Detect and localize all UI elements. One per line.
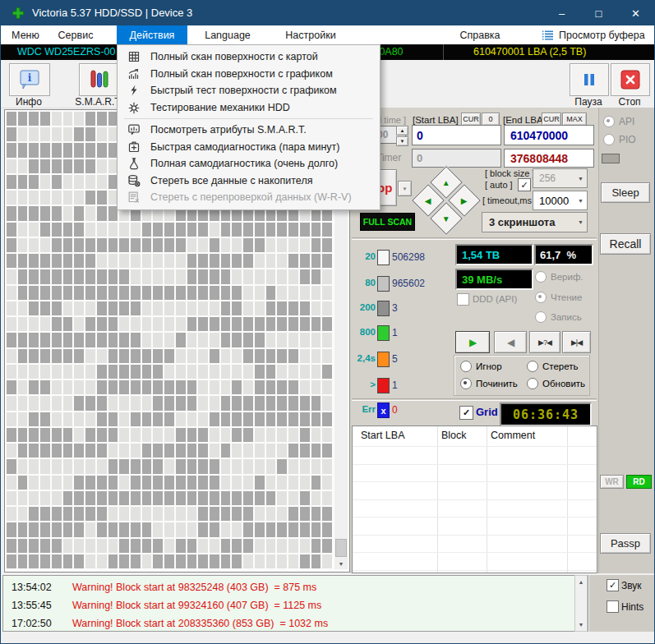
- menu-item[interactable]: Быстрая самодиагностика (пара минут): [119, 139, 378, 156]
- map-block: [210, 412, 219, 426]
- spinner-up-icon[interactable]: ▲: [396, 126, 408, 136]
- end-time-spinner[interactable]: ▲ ▼: [396, 126, 408, 144]
- menu-item[interactable]: Посмотреть атрибуты S.M.A.R.T.: [119, 122, 378, 139]
- mode-radio-3[interactable]: Запись: [535, 311, 582, 323]
- log-scroll-down-icon[interactable]: ▼: [575, 619, 587, 630]
- start-lba-cur-button[interactable]: CUR: [461, 113, 481, 126]
- map-block: [7, 269, 16, 283]
- end-lba-max-button[interactable]: MAX: [562, 113, 587, 126]
- mode-radio-1[interactable]: Вериф.: [535, 271, 584, 283]
- map-block: [63, 254, 73, 268]
- stop-button[interactable]: [611, 63, 650, 96]
- screenshots-value: 3 скриншота: [482, 216, 555, 228]
- auto-checkbox[interactable]: ✓: [518, 178, 531, 191]
- timer-input[interactable]: 0: [412, 149, 501, 168]
- map-block: [142, 554, 152, 568]
- lba-alt-input[interactable]: 376808448: [504, 149, 594, 168]
- map-block: [311, 317, 321, 331]
- ddd-api-label: DDD (API): [473, 294, 517, 304]
- menubar-item-действия[interactable]: Действия: [117, 25, 187, 44]
- log-entry[interactable]: 13:54:02Warning! Block start at 98325248…: [3, 578, 588, 596]
- map-block: [243, 476, 253, 490]
- map-block: [18, 223, 28, 237]
- passp-button[interactable]: Passp: [600, 533, 651, 554]
- sound-checkbox[interactable]: ✓: [607, 579, 619, 591]
- end-lba-input[interactable]: 610470000: [504, 125, 594, 145]
- map-block: [288, 269, 298, 283]
- menu-item[interactable]: Стереть все данные с накопителя: [119, 172, 378, 190]
- start-lba-input[interactable]: 0: [412, 125, 501, 145]
- play-button[interactable]: ▶: [455, 331, 490, 353]
- butterfly-seek-button[interactable]: ▶|◀: [562, 331, 591, 353]
- mode-radio-2[interactable]: Чтение: [535, 292, 582, 303]
- menubar-item-сервис[interactable]: Сервис: [52, 25, 99, 44]
- log-scrollbar[interactable]: ▲ ▼: [574, 575, 588, 632]
- map-block: [187, 539, 197, 553]
- screenshots-select[interactable]: 3 скриншота▼: [482, 212, 588, 232]
- rd-button[interactable]: RD: [626, 475, 652, 489]
- api-radio[interactable]: API: [603, 116, 634, 127]
- maximize-button[interactable]: □: [580, 1, 617, 25]
- ddd-api-checkbox[interactable]: [457, 293, 469, 306]
- map-block: [210, 317, 219, 331]
- action-radio-обновить[interactable]: Обновить: [527, 378, 585, 389]
- timeout-select[interactable]: 10000▼: [533, 191, 588, 210]
- action-radio-игнор[interactable]: Игнор: [460, 361, 502, 372]
- map-scroll-thumb[interactable]: [335, 539, 347, 557]
- hints-checkbox[interactable]: [607, 600, 619, 613]
- random-seek-button[interactable]: ▶?◀: [529, 331, 560, 353]
- map-block: [164, 365, 174, 379]
- menu-item[interactable]: Быстрый тест поверхности с графиком: [119, 82, 378, 99]
- map-block: [243, 317, 253, 331]
- map-block: [40, 269, 50, 283]
- log-entry[interactable]: 13:55:45Warning! Block start at 99324160…: [3, 596, 588, 614]
- map-block: [7, 539, 16, 553]
- menubar-item-справка[interactable]: Справка: [458, 25, 502, 44]
- map-block: [29, 491, 39, 505]
- spinner-down-icon[interactable]: ▼: [396, 136, 408, 146]
- pio-radio[interactable]: PIO: [603, 134, 636, 145]
- block-size-select[interactable]: 256▼: [533, 168, 588, 188]
- menu-item[interactable]: Полный скан поверхности с картой: [119, 48, 378, 66]
- minimize-button[interactable]: –: [543, 1, 580, 25]
- map-block: [7, 143, 16, 157]
- log-scroll-up-icon[interactable]: ▲: [575, 577, 587, 587]
- map-scroll-down-icon[interactable]: ▼: [334, 558, 348, 569]
- start-lba-zero-button[interactable]: 0: [482, 113, 500, 126]
- scan-stop-dropdown-icon[interactable]: ▼: [398, 181, 412, 196]
- menu-item[interactable]: Тестирование механики HDD: [119, 99, 378, 117]
- action-radio-стереть[interactable]: Стереть: [527, 361, 579, 372]
- menu-item[interactable]: Полная самодиагностика (очень долго): [119, 155, 378, 172]
- action-radio-починить[interactable]: Починить: [460, 378, 518, 389]
- recall-button[interactable]: Recall: [600, 233, 651, 255]
- map-block: [85, 444, 95, 458]
- menubar-item-настройки[interactable]: Настройки: [279, 25, 342, 44]
- smart-button[interactable]: [79, 63, 120, 96]
- map-block: [131, 365, 141, 379]
- pause-button[interactable]: [570, 63, 609, 96]
- map-block: [7, 380, 16, 394]
- sleep-button[interactable]: Sleep: [601, 182, 650, 203]
- info-button[interactable]: i: [9, 63, 50, 96]
- wr-button[interactable]: WR: [600, 475, 624, 489]
- event-log[interactable]: 13:54:02Warning! Block start at 98325248…: [2, 575, 588, 632]
- map-block: [63, 554, 73, 568]
- menubar-item-меню[interactable]: Меню: [7, 25, 44, 44]
- buffer-view-button[interactable]: Просмотр буфера: [542, 25, 645, 44]
- map-block: [7, 412, 16, 426]
- menu-item[interactable]: Полный скан поверхности с графиком: [119, 66, 378, 83]
- map-block: [232, 444, 242, 458]
- close-button[interactable]: ✕: [617, 1, 654, 25]
- defect-table[interactable]: Start LBABlockComment: [352, 426, 597, 573]
- map-block: [232, 459, 242, 473]
- map-block: [210, 554, 219, 568]
- seek-left-icon: ◀: [425, 196, 431, 205]
- rewind-button[interactable]: ◀: [494, 331, 527, 353]
- log-entry[interactable]: 17:02:50Warning! Block start at 20833536…: [3, 614, 588, 632]
- map-block: [243, 459, 253, 473]
- menubar-item-language[interactable]: Language: [201, 25, 255, 44]
- grid-checkbox[interactable]: ✓: [459, 406, 473, 420]
- map-block: [40, 254, 50, 268]
- map-block: [300, 459, 310, 473]
- end-lba-cur-button[interactable]: CUR: [542, 113, 561, 126]
